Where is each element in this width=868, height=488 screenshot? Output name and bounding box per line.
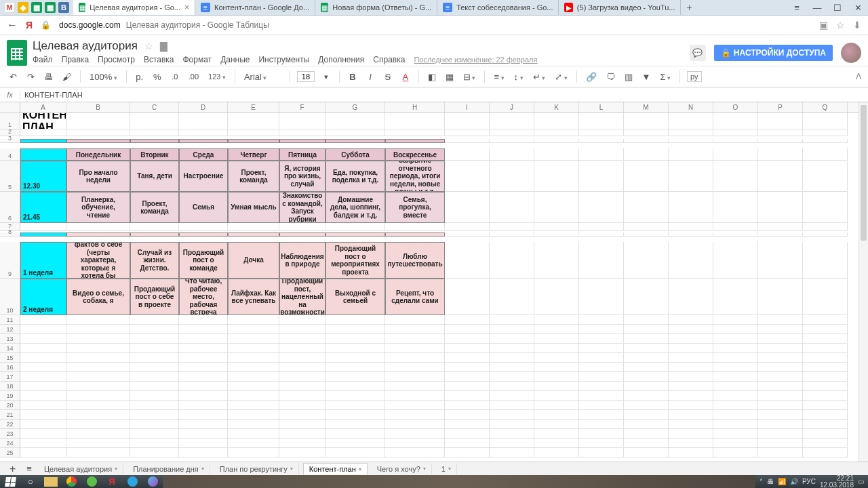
cell[interactable] bbox=[669, 315, 713, 325]
cell[interactable] bbox=[758, 439, 803, 448]
cell[interactable] bbox=[130, 401, 179, 410]
cell[interactable] bbox=[490, 448, 534, 458]
cell[interactable] bbox=[713, 232, 758, 237]
cell[interactable] bbox=[669, 448, 713, 458]
cell[interactable] bbox=[385, 401, 445, 410]
tray-clock[interactable]: 22:21 12.03.2018 bbox=[820, 475, 854, 489]
cell[interactable] bbox=[803, 391, 848, 401]
col-header[interactable]: H bbox=[385, 102, 445, 113]
cell[interactable] bbox=[490, 113, 534, 129]
cell[interactable] bbox=[130, 372, 179, 382]
cell[interactable]: Еда, покупка, поделка и т.д. bbox=[326, 161, 385, 192]
cell[interactable] bbox=[279, 382, 326, 391]
cell[interactable] bbox=[385, 372, 445, 382]
cell[interactable] bbox=[130, 223, 179, 231]
cell[interactable] bbox=[669, 429, 713, 439]
cell[interactable]: Продающий пост о себе в проекте bbox=[130, 279, 179, 315]
cell[interactable] bbox=[445, 344, 490, 353]
cell[interactable] bbox=[579, 448, 624, 458]
cell[interactable] bbox=[130, 344, 179, 353]
cell[interactable]: 12.30 bbox=[20, 161, 66, 192]
formula-value[interactable]: КОНТЕНТ-ПЛАН bbox=[20, 91, 83, 99]
cell[interactable] bbox=[490, 410, 534, 420]
cell[interactable]: Продающий пост о команде bbox=[179, 242, 228, 279]
cell[interactable] bbox=[758, 410, 803, 420]
cell[interactable] bbox=[579, 325, 624, 334]
cell[interactable] bbox=[326, 334, 385, 344]
cell[interactable]: Воскресенье bbox=[385, 148, 445, 161]
cell[interactable] bbox=[803, 382, 848, 391]
cell[interactable] bbox=[803, 401, 848, 410]
cell[interactable] bbox=[669, 113, 713, 129]
cell[interactable] bbox=[228, 232, 279, 237]
cell[interactable] bbox=[445, 192, 490, 223]
cell[interactable] bbox=[669, 420, 713, 429]
print-button[interactable]: 🖶 bbox=[42, 70, 55, 83]
cell[interactable] bbox=[130, 363, 179, 372]
cell[interactable] bbox=[326, 139, 385, 143]
cell[interactable]: Лайфхак. Как все успевать bbox=[228, 279, 279, 315]
cell[interactable]: Про начало недели bbox=[66, 161, 130, 192]
cell[interactable] bbox=[624, 129, 669, 136]
cell[interactable] bbox=[669, 334, 713, 344]
cell[interactable] bbox=[758, 242, 803, 279]
cell[interactable] bbox=[385, 232, 445, 237]
cell[interactable] bbox=[385, 113, 445, 129]
cell[interactable] bbox=[445, 439, 490, 448]
cell[interactable] bbox=[713, 439, 758, 448]
menu-addons[interactable]: Дополнения bbox=[318, 55, 364, 64]
cell[interactable] bbox=[20, 344, 66, 353]
cell[interactable] bbox=[624, 315, 669, 325]
cell[interactable] bbox=[534, 232, 579, 237]
cell[interactable] bbox=[803, 439, 848, 448]
cell[interactable] bbox=[279, 353, 326, 363]
menu-view[interactable]: Просмотр bbox=[98, 55, 135, 64]
cell[interactable] bbox=[20, 439, 66, 448]
cell[interactable] bbox=[534, 161, 579, 192]
col-header[interactable]: L bbox=[579, 102, 624, 113]
cell[interactable] bbox=[803, 148, 848, 161]
cell[interactable] bbox=[20, 363, 66, 372]
close-icon[interactable]: × bbox=[184, 3, 189, 12]
cell[interactable] bbox=[490, 382, 534, 391]
sheet-tab[interactable]: Контент-план▾ bbox=[303, 463, 368, 474]
cell[interactable] bbox=[445, 223, 490, 231]
add-sheet-button[interactable]: + bbox=[5, 463, 20, 475]
cell[interactable] bbox=[179, 344, 228, 353]
cell[interactable] bbox=[534, 353, 579, 363]
cell[interactable] bbox=[669, 242, 713, 279]
cell[interactable] bbox=[228, 223, 279, 231]
cell[interactable] bbox=[179, 223, 228, 231]
folder-icon[interactable]: ▇ bbox=[160, 41, 167, 52]
cell[interactable]: Рубрика 20 фактов о себе (черты характер… bbox=[66, 242, 130, 279]
cell[interactable] bbox=[534, 139, 579, 143]
taskbar-search-icon[interactable]: ○ bbox=[20, 475, 41, 488]
cell[interactable] bbox=[228, 401, 279, 410]
cell[interactable] bbox=[228, 429, 279, 439]
cell[interactable]: 21.45 bbox=[20, 192, 66, 223]
yandex-icon[interactable]: Я bbox=[26, 20, 33, 30]
cell[interactable] bbox=[579, 279, 624, 315]
cell[interactable] bbox=[713, 129, 758, 136]
cell[interactable] bbox=[803, 344, 848, 353]
cell[interactable] bbox=[579, 420, 624, 429]
cell[interactable] bbox=[179, 232, 228, 237]
cell[interactable] bbox=[758, 420, 803, 429]
cell[interactable] bbox=[130, 129, 179, 136]
cell[interactable] bbox=[579, 129, 624, 136]
cell[interactable] bbox=[179, 372, 228, 382]
merge-button[interactable]: ⊟ bbox=[461, 70, 478, 83]
cell[interactable] bbox=[758, 401, 803, 410]
cell[interactable] bbox=[803, 315, 848, 325]
link-button[interactable]: 🔗 bbox=[584, 70, 599, 83]
cell[interactable] bbox=[579, 439, 624, 448]
cell[interactable] bbox=[624, 429, 669, 439]
cell[interactable] bbox=[385, 439, 445, 448]
cell[interactable] bbox=[66, 334, 130, 344]
cell[interactable] bbox=[326, 429, 385, 439]
cell[interactable] bbox=[66, 113, 130, 129]
menu-tools[interactable]: Инструменты bbox=[258, 55, 309, 64]
cell[interactable] bbox=[228, 334, 279, 344]
taskbar-app-icon[interactable] bbox=[142, 475, 163, 488]
browser-menu-icon[interactable]: ≡ bbox=[787, 0, 807, 15]
